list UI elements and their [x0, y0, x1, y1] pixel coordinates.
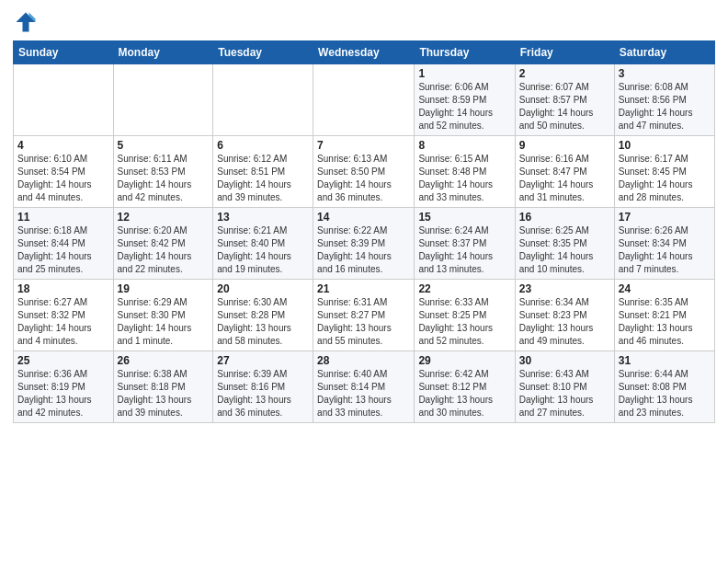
day-info: Sunrise: 6:25 AM Sunset: 8:35 PM Dayligh…: [519, 224, 610, 276]
day-number: 9: [519, 139, 610, 152]
weekday-header-saturday: Saturday: [614, 41, 714, 64]
day-number: 10: [619, 139, 711, 152]
calendar-cell: 11Sunrise: 6:18 AM Sunset: 8:44 PM Dayli…: [14, 208, 114, 280]
calendar-cell: 6Sunrise: 6:12 AM Sunset: 8:51 PM Daylig…: [213, 136, 313, 208]
day-number: 21: [317, 282, 410, 295]
day-number: 1: [418, 67, 510, 80]
day-info: Sunrise: 6:43 AM Sunset: 8:10 PM Dayligh…: [519, 368, 610, 419]
calendar-cell: 21Sunrise: 6:31 AM Sunset: 8:27 PM Dayli…: [313, 280, 415, 351]
weekday-header-friday: Friday: [515, 41, 614, 64]
day-number: 7: [317, 139, 410, 152]
calendar-cell: 3Sunrise: 6:08 AM Sunset: 8:56 PM Daylig…: [614, 64, 714, 136]
week-row-1: 1Sunrise: 6:06 AM Sunset: 8:59 PM Daylig…: [14, 64, 715, 136]
calendar-header: SundayMondayTuesdayWednesdayThursdayFrid…: [14, 41, 715, 64]
calendar-cell: 1Sunrise: 6:06 AM Sunset: 8:59 PM Daylig…: [415, 64, 515, 136]
day-info: Sunrise: 6:36 AM Sunset: 8:19 PM Dayligh…: [17, 368, 109, 419]
day-number: 27: [217, 354, 309, 367]
day-info: Sunrise: 6:21 AM Sunset: 8:40 PM Dayligh…: [217, 224, 309, 276]
week-row-3: 11Sunrise: 6:18 AM Sunset: 8:44 PM Dayli…: [14, 208, 715, 280]
day-number: 14: [317, 211, 410, 224]
calendar-cell: 23Sunrise: 6:34 AM Sunset: 8:23 PM Dayli…: [515, 280, 614, 351]
calendar-cell: 20Sunrise: 6:30 AM Sunset: 8:28 PM Dayli…: [213, 280, 313, 351]
page: SundayMondayTuesdayWednesdayThursdayFrid…: [0, 0, 728, 563]
day-info: Sunrise: 6:12 AM Sunset: 8:51 PM Dayligh…: [217, 153, 309, 204]
calendar-cell: 19Sunrise: 6:29 AM Sunset: 8:30 PM Dayli…: [113, 280, 213, 351]
day-info: Sunrise: 6:33 AM Sunset: 8:25 PM Dayligh…: [418, 296, 510, 348]
day-info: Sunrise: 6:10 AM Sunset: 8:54 PM Dayligh…: [17, 153, 109, 204]
day-number: 31: [619, 354, 711, 367]
day-number: 3: [619, 67, 711, 80]
calendar-cell: 17Sunrise: 6:26 AM Sunset: 8:34 PM Dayli…: [614, 208, 714, 280]
calendar-cell: 29Sunrise: 6:42 AM Sunset: 8:12 PM Dayli…: [415, 351, 515, 423]
calendar-cell: 18Sunrise: 6:27 AM Sunset: 8:32 PM Dayli…: [14, 280, 114, 351]
calendar-cell: 31Sunrise: 6:44 AM Sunset: 8:08 PM Dayli…: [614, 351, 714, 423]
day-info: Sunrise: 6:18 AM Sunset: 8:44 PM Dayligh…: [17, 224, 109, 276]
day-number: 22: [418, 282, 510, 295]
header: [13, 9, 715, 35]
day-info: Sunrise: 6:24 AM Sunset: 8:37 PM Dayligh…: [418, 224, 510, 276]
calendar-cell: [213, 64, 313, 136]
day-number: 19: [118, 282, 210, 295]
calendar-cell: 27Sunrise: 6:39 AM Sunset: 8:16 PM Dayli…: [213, 351, 313, 423]
day-number: 6: [217, 139, 309, 152]
day-number: 30: [519, 354, 610, 367]
day-number: 28: [317, 354, 410, 367]
logo: [13, 9, 42, 35]
day-info: Sunrise: 6:29 AM Sunset: 8:30 PM Dayligh…: [118, 296, 210, 348]
calendar-cell: [14, 64, 114, 136]
calendar-cell: 5Sunrise: 6:11 AM Sunset: 8:53 PM Daylig…: [113, 136, 213, 208]
day-number: 13: [217, 211, 309, 224]
day-info: Sunrise: 6:30 AM Sunset: 8:28 PM Dayligh…: [217, 296, 309, 348]
day-number: 25: [17, 354, 109, 367]
calendar-cell: 30Sunrise: 6:43 AM Sunset: 8:10 PM Dayli…: [515, 351, 614, 423]
calendar-cell: 28Sunrise: 6:40 AM Sunset: 8:14 PM Dayli…: [313, 351, 415, 423]
calendar-cell: 16Sunrise: 6:25 AM Sunset: 8:35 PM Dayli…: [515, 208, 614, 280]
week-row-4: 18Sunrise: 6:27 AM Sunset: 8:32 PM Dayli…: [14, 280, 715, 351]
day-number: 5: [118, 139, 210, 152]
day-info: Sunrise: 6:27 AM Sunset: 8:32 PM Dayligh…: [17, 296, 109, 348]
logo-icon: [13, 9, 39, 35]
weekday-header-tuesday: Tuesday: [213, 41, 313, 64]
day-number: 12: [118, 211, 210, 224]
day-number: 11: [17, 211, 109, 224]
day-number: 8: [418, 139, 510, 152]
day-number: 4: [17, 139, 109, 152]
day-info: Sunrise: 6:44 AM Sunset: 8:08 PM Dayligh…: [619, 368, 711, 419]
weekday-header-thursday: Thursday: [415, 41, 515, 64]
day-info: Sunrise: 6:22 AM Sunset: 8:39 PM Dayligh…: [317, 224, 410, 276]
day-info: Sunrise: 6:38 AM Sunset: 8:18 PM Dayligh…: [118, 368, 210, 419]
day-info: Sunrise: 6:06 AM Sunset: 8:59 PM Dayligh…: [418, 81, 510, 132]
calendar-cell: 9Sunrise: 6:16 AM Sunset: 8:47 PM Daylig…: [515, 136, 614, 208]
day-number: 18: [17, 282, 109, 295]
calendar-cell: [113, 64, 213, 136]
calendar-cell: 7Sunrise: 6:13 AM Sunset: 8:50 PM Daylig…: [313, 136, 415, 208]
day-number: 15: [418, 211, 510, 224]
calendar-cell: [313, 64, 415, 136]
calendar-cell: 13Sunrise: 6:21 AM Sunset: 8:40 PM Dayli…: [213, 208, 313, 280]
week-row-5: 25Sunrise: 6:36 AM Sunset: 8:19 PM Dayli…: [14, 351, 715, 423]
day-info: Sunrise: 6:17 AM Sunset: 8:45 PM Dayligh…: [619, 153, 711, 204]
calendar-cell: 15Sunrise: 6:24 AM Sunset: 8:37 PM Dayli…: [415, 208, 515, 280]
calendar-cell: 4Sunrise: 6:10 AM Sunset: 8:54 PM Daylig…: [14, 136, 114, 208]
day-number: 23: [519, 282, 610, 295]
day-number: 26: [118, 354, 210, 367]
calendar-cell: 10Sunrise: 6:17 AM Sunset: 8:45 PM Dayli…: [614, 136, 714, 208]
weekday-header-monday: Monday: [113, 41, 213, 64]
weekday-row: SundayMondayTuesdayWednesdayThursdayFrid…: [14, 41, 715, 64]
weekday-header-sunday: Sunday: [14, 41, 114, 64]
day-info: Sunrise: 6:42 AM Sunset: 8:12 PM Dayligh…: [418, 368, 510, 419]
day-number: 24: [619, 282, 711, 295]
calendar-cell: 24Sunrise: 6:35 AM Sunset: 8:21 PM Dayli…: [614, 280, 714, 351]
calendar-cell: 8Sunrise: 6:15 AM Sunset: 8:48 PM Daylig…: [415, 136, 515, 208]
day-number: 2: [519, 67, 610, 80]
day-info: Sunrise: 6:34 AM Sunset: 8:23 PM Dayligh…: [519, 296, 610, 348]
weekday-header-wednesday: Wednesday: [313, 41, 415, 64]
day-info: Sunrise: 6:39 AM Sunset: 8:16 PM Dayligh…: [217, 368, 309, 419]
day-number: 17: [619, 211, 711, 224]
day-info: Sunrise: 6:16 AM Sunset: 8:47 PM Dayligh…: [519, 153, 610, 204]
calendar-cell: 14Sunrise: 6:22 AM Sunset: 8:39 PM Dayli…: [313, 208, 415, 280]
day-info: Sunrise: 6:08 AM Sunset: 8:56 PM Dayligh…: [619, 81, 711, 132]
calendar-cell: 2Sunrise: 6:07 AM Sunset: 8:57 PM Daylig…: [515, 64, 614, 136]
day-info: Sunrise: 6:13 AM Sunset: 8:50 PM Dayligh…: [317, 153, 410, 204]
svg-marker-0: [17, 13, 36, 32]
